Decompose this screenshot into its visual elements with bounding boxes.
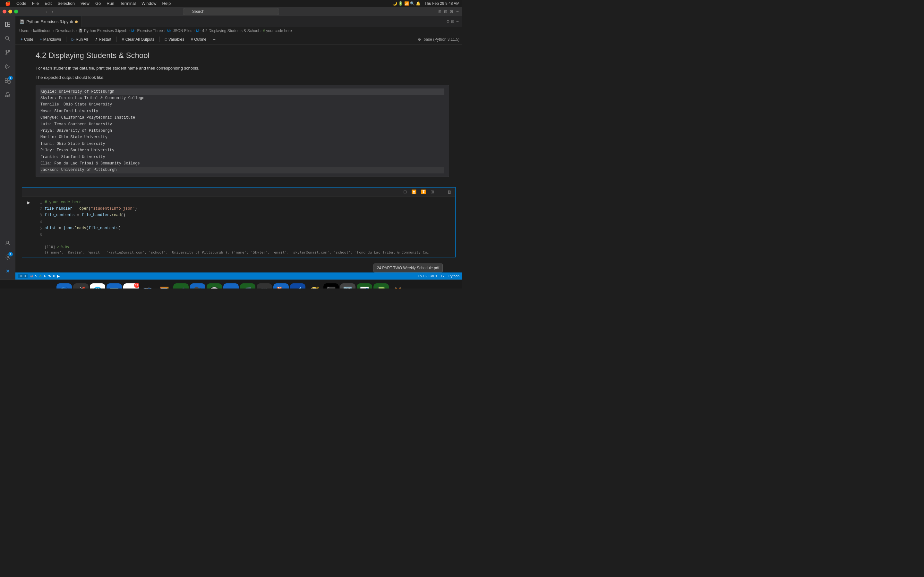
more-icon[interactable]: ⋯ <box>456 9 459 14</box>
clear-outputs-button[interactable]: ≡ Clear All Outputs <box>120 36 157 43</box>
svg-rect-11 <box>5 81 7 83</box>
layout-icon-1[interactable]: ⊞ <box>438 9 441 14</box>
breadcrumb-downloads[interactable]: Downloads <box>55 29 74 33</box>
menu-window[interactable]: Window <box>139 0 159 6</box>
breadcrumb-json-files[interactable]: JSON Files <box>173 29 192 33</box>
dock-terminal[interactable]: ⬛ <box>323 284 339 289</box>
warning-count[interactable]: 6 <box>44 274 46 278</box>
svg-marker-8 <box>6 64 9 69</box>
outline-button[interactable]: ≡ Outline <box>188 36 209 43</box>
error-count[interactable]: 5 <box>35 274 37 278</box>
dock-photos[interactable]: 🖼️ <box>157 284 172 289</box>
cell-collapse-icon[interactable]: ⊟ <box>402 189 408 195</box>
menu-run[interactable]: Run <box>104 0 117 6</box>
apple-menu[interactable]: 🍎 <box>3 0 13 7</box>
more-actions-icon[interactable]: ⋯ <box>456 19 459 24</box>
cursor-position[interactable]: Ln 16, Col 9 <box>418 274 437 278</box>
run-all-icon: ▷ <box>71 37 74 42</box>
cell-more-icon[interactable]: ⋯ <box>437 189 444 195</box>
svg-point-16 <box>7 241 9 243</box>
cell-split-icon[interactable]: ⊞ <box>429 189 435 195</box>
dock-messages[interactable]: 💬 <box>207 284 222 289</box>
dock-maps[interactable]: 🗺️ <box>140 284 155 289</box>
clear-icon: ≡ <box>122 37 124 42</box>
code-cell[interactable]: ⊟ ⏫ ⏬ ⊞ ⋯ 🗑 ▶ 1 2 3 4 5 <box>22 187 456 258</box>
restart-button[interactable]: ↺ Restart <box>92 36 114 43</box>
add-code-button[interactable]: + Code <box>18 36 36 43</box>
run-gutter[interactable]: ▶ <box>22 199 35 238</box>
layout-icon-2[interactable]: ⊟ <box>444 9 447 14</box>
settings-icon[interactable]: ⚙ <box>446 19 450 24</box>
breadcrumb-kaitlindodd[interactable]: kaitlindodd <box>33 29 51 33</box>
dock-numbers[interactable]: 📊 <box>357 284 372 289</box>
dock-excel[interactable]: 📗 <box>373 284 389 289</box>
activity-icon-settings[interactable]: 1 <box>2 251 13 263</box>
activity-icon-extensions[interactable]: 1 <box>2 75 13 87</box>
breadcrumb-code-here[interactable]: your code here <box>266 29 292 33</box>
minimize-button[interactable] <box>8 10 12 13</box>
search-input[interactable]: Search <box>183 8 279 15</box>
svg-point-3 <box>5 36 9 39</box>
layout-icon-3[interactable]: ⊠ <box>450 9 453 14</box>
svg-rect-1 <box>8 22 10 24</box>
dock-chrome[interactable]: 🌐 <box>90 284 105 289</box>
tab-notebook[interactable]: 📓 Python Exercises 3.ipynb <box>15 16 82 27</box>
menu-help[interactable]: Help <box>160 0 173 6</box>
tooltip-popup: 24 PART TWO Weekly Schedule.pdf <box>373 263 443 272</box>
activity-icon-remote[interactable]: ✕ <box>2 266 13 277</box>
code-editor[interactable]: ▶ 1 2 3 4 5 6 # your code here file_hand… <box>22 197 455 241</box>
close-button[interactable] <box>3 10 6 13</box>
code-line-2: file_handler = open("studentsInfo.json") <box>45 205 455 212</box>
breadcrumb-section[interactable]: 4.2 Displaying Students & School <box>202 29 259 33</box>
code-editor-content[interactable]: # your code here file_handler = open("st… <box>45 199 455 238</box>
activity-icon-run[interactable] <box>2 61 13 73</box>
cell-run-below-icon[interactable]: ⏬ <box>420 189 427 195</box>
menu-file[interactable]: File <box>29 0 41 6</box>
dock-finder[interactable]: 🔵 <box>57 284 72 289</box>
svg-point-7 <box>8 50 10 52</box>
dock-safari[interactable]: 🧭 <box>307 284 322 289</box>
language-mode[interactable]: Python <box>449 274 459 278</box>
maximize-button[interactable] <box>14 10 18 13</box>
activity-icon-testing[interactable] <box>2 89 13 101</box>
menu-selection[interactable]: Selection <box>55 0 77 6</box>
line-number[interactable]: 17 <box>441 274 445 278</box>
dock-outlook[interactable]: 📨 <box>223 284 239 289</box>
cell-delete-icon[interactable]: 🗑 <box>446 189 453 195</box>
menu-edit[interactable]: Edit <box>42 0 54 6</box>
dock-facetime[interactable]: 📹 <box>173 284 189 289</box>
kernel-label[interactable]: base (Python 3.11.5) <box>424 37 459 42</box>
remote-icon[interactable]: ✕ 0 <box>18 274 27 278</box>
dock-launchpad[interactable]: 🚀 <box>73 284 89 289</box>
activity-icon-explorer[interactable] <box>2 19 13 30</box>
dock-arcade[interactable]: 🎮 <box>257 284 272 289</box>
run-icon[interactable]: ▶ <box>27 200 30 205</box>
cell-run-above-icon[interactable]: ⏫ <box>410 189 418 195</box>
split-editor-icon[interactable]: ⊟ <box>451 19 454 24</box>
menu-go[interactable]: Go <box>93 0 103 6</box>
dock-firefox[interactable]: 🦊 <box>390 284 405 289</box>
activity-icon-account[interactable] <box>2 237 13 249</box>
breadcrumb-users[interactable]: Users <box>19 29 29 33</box>
dock-spotify[interactable]: 🎵 <box>240 284 255 289</box>
dock-zoom[interactable]: 🎥 <box>190 284 205 289</box>
dock-vscode[interactable] <box>290 284 305 289</box>
dock-app-store[interactable]: 🏪 <box>273 284 289 289</box>
svg-line-4 <box>8 39 10 41</box>
variables-button[interactable]: □ Variables <box>162 36 187 43</box>
menu-view[interactable]: View <box>78 0 92 6</box>
menu-code[interactable]: Code <box>14 0 29 6</box>
activity-icon-search[interactable] <box>2 33 13 44</box>
activity-icon-source-control[interactable] <box>2 47 13 58</box>
breadcrumb-file[interactable]: Python Exercises 3.ipynb <box>84 29 128 33</box>
dock-calculator[interactable]: 🔢 <box>340 284 355 289</box>
run-all-button[interactable]: ▷ Run All <box>69 36 90 43</box>
back-button[interactable]: ‹ <box>44 8 49 15</box>
more-button[interactable]: ⋯ <box>210 36 219 43</box>
forward-button[interactable]: › <box>50 8 55 15</box>
add-markdown-button[interactable]: + Markdown <box>37 36 63 43</box>
dock-calendar[interactable]: 📅 29 <box>123 284 139 289</box>
dock-mail[interactable]: ✉️ <box>107 284 122 289</box>
menu-terminal[interactable]: Terminal <box>118 0 138 6</box>
breadcrumb-exercise[interactable]: Exercise Three <box>137 29 163 33</box>
